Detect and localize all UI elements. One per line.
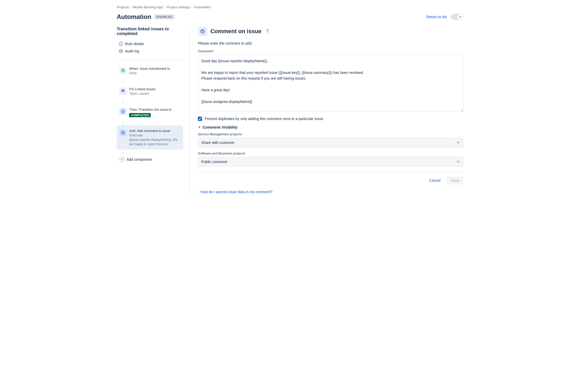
service-management-subsection: Service Management projects Share with c… bbox=[198, 132, 463, 148]
panel-title: Comment on issue bbox=[210, 28, 261, 35]
workflow-steps: When: Issue transitioned to Done bbox=[117, 63, 183, 164]
for-step-sublabel: Types: causes bbox=[129, 92, 181, 96]
and-step-label: And: Add comment to issue bbox=[129, 129, 181, 133]
sidebar-title: Transition linked issues to completed bbox=[117, 27, 183, 36]
for-step-icon bbox=[119, 87, 127, 95]
then-step-icon bbox=[119, 108, 127, 115]
transition-icon bbox=[121, 68, 125, 73]
linked-icon bbox=[121, 89, 125, 93]
list-icon bbox=[119, 49, 123, 53]
comment-visibility-title: Comment Visibility bbox=[203, 125, 238, 129]
breadcrumb: Projects / Mobile Banking App / Project … bbox=[117, 5, 463, 9]
info-icon bbox=[119, 42, 123, 46]
visibility-section: ▼ Comment Visibility Service Management … bbox=[198, 125, 463, 167]
sidebar-divider bbox=[117, 60, 183, 60]
comment-icon bbox=[121, 131, 125, 135]
then-step-label: Then: Transition the issue to bbox=[129, 107, 181, 112]
sidebar-nav: Rule details Audit log bbox=[117, 40, 183, 55]
service-management-select[interactable]: Share with customer Internal comment Pub… bbox=[198, 138, 463, 148]
completed-badge: COMPLETED bbox=[129, 113, 151, 117]
main-panel: Comment on issue Please enter the commen… bbox=[189, 27, 463, 194]
panel-icon bbox=[198, 27, 207, 36]
prevent-duplicates-row: Prevent duplicates by only adding this c… bbox=[198, 117, 463, 121]
add-component[interactable]: Add component bbox=[117, 155, 183, 164]
software-business-select[interactable]: Public comment Internal comment bbox=[198, 157, 463, 167]
and-step[interactable]: And: Add comment to issue Good day {{iss… bbox=[117, 125, 183, 150]
return-to-list-link[interactable]: Return to list bbox=[426, 15, 447, 19]
svg-point-2 bbox=[121, 43, 121, 43]
chevron-down-icon: ▼ bbox=[198, 125, 201, 129]
svg-point-9 bbox=[122, 89, 124, 90]
disabled-badge: DISABLED bbox=[154, 15, 174, 19]
then-step[interactable]: Then: Transition the issue to COMPLETED bbox=[117, 104, 183, 120]
comment-visibility-toggle[interactable]: ▼ Comment Visibility bbox=[198, 125, 463, 129]
sidebar: Transition linked issues to completed Ru… bbox=[117, 27, 189, 194]
when-step[interactable]: When: Issue transitioned to Done bbox=[117, 63, 183, 79]
rule-details-label: Rule details bbox=[125, 42, 144, 46]
when-step-label: When: Issue transitioned to bbox=[129, 66, 181, 71]
breadcrumb-automation[interactable]: Automation bbox=[194, 5, 211, 9]
help-section[interactable]: › How do I access issue data in my comme… bbox=[198, 190, 463, 194]
sidebar-item-audit-log[interactable]: Audit log bbox=[117, 47, 183, 55]
comment-textarea[interactable]: Good day {{issue.reporter.displayName}},… bbox=[198, 55, 463, 112]
page-header: Automation DISABLED Return to list ✕ bbox=[117, 13, 463, 20]
page-title: Automation bbox=[117, 13, 151, 20]
automation-toggle[interactable]: ✕ bbox=[451, 14, 463, 20]
breadcrumb-settings[interactable]: Project settings bbox=[167, 5, 190, 9]
prevent-duplicates-label: Prevent duplicates by only adding this c… bbox=[205, 117, 324, 121]
add-component-circle bbox=[119, 157, 125, 162]
breadcrumb-projects[interactable]: Projects bbox=[117, 5, 129, 9]
required-star: * bbox=[213, 50, 214, 53]
cancel-button[interactable]: Cancel bbox=[426, 176, 444, 185]
plus-icon bbox=[121, 158, 123, 161]
transition2-icon bbox=[121, 109, 125, 114]
help-chevron-icon: › bbox=[198, 190, 199, 194]
step-connector-3 bbox=[123, 121, 123, 125]
audit-log-label: Audit log bbox=[125, 49, 139, 53]
breadcrumb-app[interactable]: Mobile Banking App bbox=[133, 5, 163, 9]
for-step-label: For Linked issues bbox=[129, 87, 181, 92]
help-text: How do I access issue data in my comment… bbox=[201, 190, 272, 194]
when-step-icon bbox=[119, 67, 127, 74]
step-connector-1 bbox=[123, 80, 123, 84]
for-step[interactable]: For Linked issues Types: causes bbox=[117, 84, 183, 99]
and-step-sublabel: Good day {{issue.reporter.displayName}},… bbox=[129, 133, 181, 146]
panel-header: Comment on issue bbox=[198, 27, 463, 36]
add-component-label: Add component bbox=[127, 157, 152, 162]
software-business-label: Software and Business projects bbox=[198, 152, 463, 155]
sidebar-item-rule-details[interactable]: Rule details bbox=[117, 40, 183, 47]
panel-subtitle: Please enter the comment to add: bbox=[198, 41, 463, 45]
panel-footer: Cancel Save bbox=[198, 172, 463, 185]
when-step-sublabel: Done bbox=[129, 71, 181, 75]
comment-field-group: Comment * Good day {{issue.reporter.disp… bbox=[198, 50, 463, 113]
comment-label: Comment * bbox=[198, 50, 463, 53]
panel-refresh-icon bbox=[200, 29, 205, 34]
delete-icon[interactable] bbox=[266, 29, 270, 34]
content-area: Transition linked issues to completed Ru… bbox=[117, 27, 463, 194]
step-connector-4 bbox=[123, 151, 123, 155]
software-business-subsection: Software and Business projects Public co… bbox=[198, 152, 463, 167]
save-button[interactable]: Save bbox=[447, 176, 463, 185]
prevent-duplicates-checkbox[interactable] bbox=[198, 117, 202, 121]
and-step-icon bbox=[119, 129, 127, 136]
step-connector-2 bbox=[123, 100, 123, 104]
service-management-label: Service Management projects bbox=[198, 132, 463, 136]
